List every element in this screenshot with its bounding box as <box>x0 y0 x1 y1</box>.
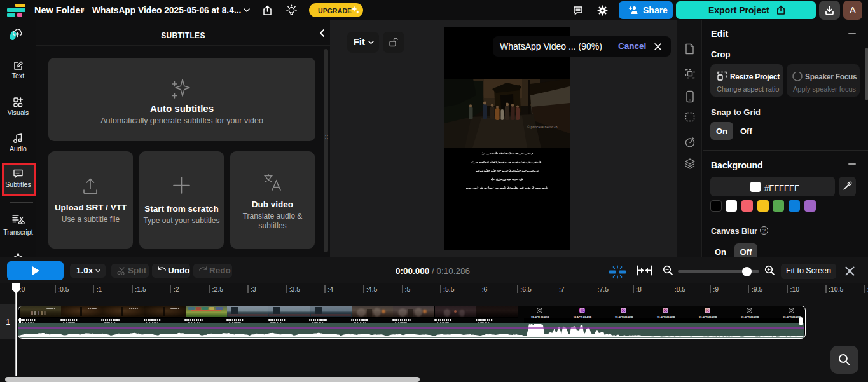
svg-text:© princess heroc28: © princess heroc28 <box>527 125 557 129</box>
